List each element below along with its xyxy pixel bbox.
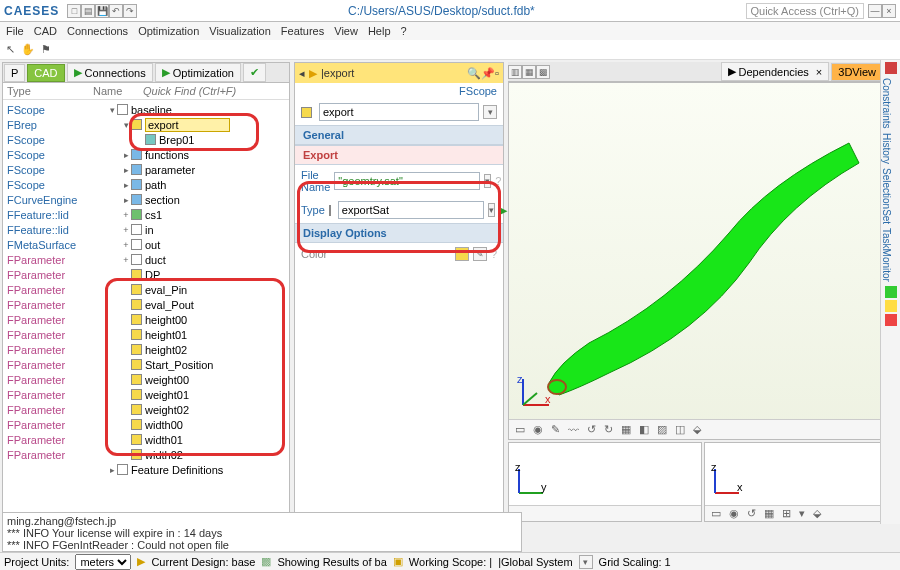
sidetab-history[interactable]: History <box>881 133 892 164</box>
tree-row[interactable]: FCurveEngine▸section <box>3 192 289 207</box>
vt-curve-icon[interactable]: 〰 <box>568 424 579 436</box>
expander-icon[interactable]: + <box>121 225 131 235</box>
menu-cad[interactable]: CAD <box>34 25 57 37</box>
vt-redo-icon[interactable]: ↻ <box>604 423 613 436</box>
tool-hand-icon[interactable]: ✋ <box>21 43 35 56</box>
small-view-1[interactable]: y z <box>508 442 702 522</box>
tab-connections[interactable]: ▶Connections <box>67 63 153 82</box>
tree-row[interactable]: FParameterheight02 <box>3 342 289 357</box>
type-drop-icon[interactable]: ▾ <box>488 203 495 217</box>
run-export-icon[interactable]: ▶ <box>499 204 507 217</box>
menu-help-q[interactable]: ? <box>401 25 407 37</box>
filename-help-icon[interactable]: ? <box>495 175 501 187</box>
quick-find[interactable]: Quick Find (Ctrl+F) <box>143 85 285 97</box>
lt-i3[interactable]: ↺ <box>747 507 756 520</box>
play-icon[interactable]: ▶ <box>309 67 317 80</box>
vt-box-icon[interactable]: ▦ <box>621 423 631 436</box>
tree-row[interactable]: FParameter+duct <box>3 252 289 267</box>
tab-check[interactable]: ✔ <box>243 63 266 82</box>
tool-cursor-icon[interactable]: ↖ <box>6 43 15 56</box>
tree-row[interactable]: FScopeBrep01 <box>3 132 289 147</box>
viewport-3d[interactable]: x z ▭ ◉ ✎ 〰 ↺ ↻ ▦ ◧ ▨ ◫ ⬙ <box>508 82 898 440</box>
min-icon[interactable]: — <box>868 4 882 18</box>
type-input[interactable] <box>338 201 484 219</box>
lt-i2[interactable]: ◉ <box>729 507 739 520</box>
menu-connections[interactable]: Connections <box>67 25 128 37</box>
expander-icon[interactable]: ▸ <box>121 195 131 205</box>
small-view-2[interactable]: x z ▭◉ ↺▦ ⊞▾ ⬙ <box>704 442 898 522</box>
color-help-icon[interactable]: ? <box>491 248 497 260</box>
tree-row[interactable]: FParameterweight00 <box>3 372 289 387</box>
lt-i4[interactable]: ▦ <box>764 507 774 520</box>
tab-cad[interactable]: CAD <box>27 64 64 82</box>
menu-help[interactable]: Help <box>368 25 391 37</box>
tree-row[interactable]: FScope▸functions <box>3 147 289 162</box>
tree-row[interactable]: FParameterwidth00 <box>3 417 289 432</box>
vt-undo-icon[interactable]: ↺ <box>587 423 596 436</box>
vt-cube-icon[interactable]: ◫ <box>675 423 685 436</box>
tree-row[interactable]: FParameterStart_Position <box>3 357 289 372</box>
vt-cam-icon[interactable]: ⬙ <box>693 423 701 436</box>
status-chip-red[interactable] <box>885 62 897 74</box>
tab-dependencies[interactable]: ▶Dependencies× <box>721 62 830 81</box>
menu-visualization[interactable]: Visualization <box>209 25 271 37</box>
tree-row[interactable]: FParameterwidth02 <box>3 447 289 462</box>
name-menu-icon[interactable]: ▾ <box>483 105 497 119</box>
menu-file[interactable]: File <box>6 25 24 37</box>
tree-row[interactable]: FParametereval_Pout <box>3 297 289 312</box>
sidetab-taskmonitor[interactable]: TaskMonitor <box>881 228 892 282</box>
tree-body[interactable]: FScope▾baselineFBrep▾exportFScopeBrep01F… <box>3 100 289 521</box>
expander-icon[interactable]: + <box>121 240 131 250</box>
tree-row[interactable]: FParameterwidth01 <box>3 432 289 447</box>
tab-3dview[interactable]: 3DView <box>831 63 883 81</box>
tree-row[interactable]: FParameterweight01 <box>3 387 289 402</box>
tree-row[interactable]: FBrep▾export <box>3 117 289 132</box>
tree-row[interactable]: ▸Feature Definitions <box>3 462 289 477</box>
name-input[interactable] <box>319 103 479 121</box>
expander-icon[interactable]: ▾ <box>107 105 117 115</box>
redo-icon[interactable]: ↷ <box>123 4 137 18</box>
expander-icon[interactable]: ▸ <box>121 180 131 190</box>
lt-i6[interactable]: ▾ <box>799 507 805 520</box>
tree-row[interactable]: FScope▸parameter <box>3 162 289 177</box>
col-name[interactable]: Name <box>93 85 143 97</box>
tree-row[interactable]: FFeature::lid+cs1 <box>3 207 289 222</box>
lt-i7[interactable]: ⬙ <box>813 507 821 520</box>
tree-row[interactable]: FParameterheight01 <box>3 327 289 342</box>
back-icon[interactable]: ◂ <box>299 67 305 80</box>
tree-row[interactable]: FParameterDP <box>3 267 289 282</box>
expander-icon[interactable]: ▸ <box>121 165 131 175</box>
tree-row[interactable]: FScope▸path <box>3 177 289 192</box>
new-icon[interactable]: □ <box>67 4 81 18</box>
expander-icon[interactable]: ▸ <box>121 150 131 160</box>
tree-row[interactable]: FParameterweight02 <box>3 402 289 417</box>
vt-shade-icon[interactable]: ◧ <box>639 423 649 436</box>
expander-icon[interactable]: + <box>121 255 131 265</box>
col-type[interactable]: Type <box>7 85 93 97</box>
menu-features[interactable]: Features <box>281 25 324 37</box>
tool-flag-icon[interactable]: ⚑ <box>41 43 51 56</box>
system-drop-icon[interactable]: ▾ <box>579 555 593 569</box>
open-icon[interactable]: ▤ <box>81 4 95 18</box>
tab-optimization[interactable]: ▶Optimization <box>155 63 241 82</box>
tree-row[interactable]: FMetaSurface+out <box>3 237 289 252</box>
menu-view[interactable]: View <box>334 25 358 37</box>
section-display[interactable]: Display Options <box>295 223 503 243</box>
vt-eye-icon[interactable]: ◉ <box>533 423 543 436</box>
save-icon[interactable]: 💾 <box>95 4 109 18</box>
tree-row[interactable]: FParameterheight00 <box>3 312 289 327</box>
color-swatch-icon[interactable] <box>455 247 469 261</box>
sidetab-selectionset[interactable]: SelectionSet <box>881 168 892 224</box>
expander-icon[interactable]: ▸ <box>107 465 117 475</box>
filename-drop-icon[interactable]: ▾ <box>484 174 491 188</box>
color-edit-icon[interactable]: ✎ <box>473 247 487 261</box>
units-select[interactable]: meters <box>75 554 131 570</box>
expander-icon[interactable]: + <box>121 210 131 220</box>
lt-i5[interactable]: ⊞ <box>782 507 791 520</box>
pin-icon[interactable]: 📌 <box>481 67 495 80</box>
view-nav3-icon[interactable]: ▩ <box>536 65 550 79</box>
expander-icon[interactable]: ▾ <box>121 120 131 130</box>
vt-grid-icon[interactable]: ▨ <box>657 423 667 436</box>
view-nav1-icon[interactable]: ▥ <box>508 65 522 79</box>
menu-optimization[interactable]: Optimization <box>138 25 199 37</box>
